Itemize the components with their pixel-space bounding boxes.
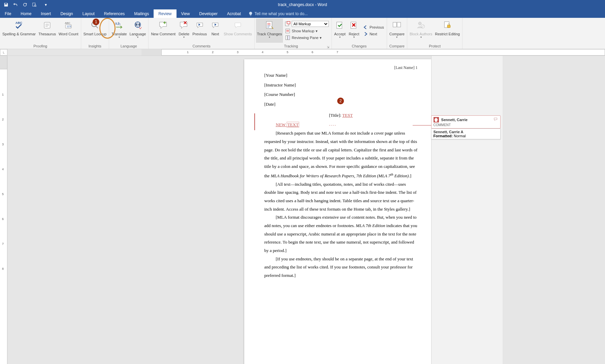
tab-review[interactable]: Review <box>154 9 176 18</box>
body-para-3: [MLA format discourages extensive use of… <box>264 213 418 255</box>
next-comment-icon <box>210 20 221 31</box>
dropdown-caret-icon: ▾ <box>353 36 355 39</box>
comment-body: COMMENT <box>434 123 498 127</box>
quick-access-toolbar: ▾ <box>0 2 49 7</box>
tab-view[interactable]: View <box>177 9 195 18</box>
track-changes-button[interactable]: Track Changes ▾ <box>256 19 283 43</box>
show-comments-icon <box>232 20 243 31</box>
ruler-corner[interactable]: L <box>0 49 7 56</box>
tracked-insert-test: TEST <box>342 113 353 118</box>
markup-mode-select[interactable]: All Markup <box>292 21 329 27</box>
svg-text:ABC: ABC <box>65 22 70 25</box>
next-change-icon <box>363 31 368 37</box>
group-changes: Accept ▾ Reject ▾ Previous Next Changes <box>332 18 387 49</box>
group-protect: Block Authors ▾ Restrict Editing Protect <box>407 18 463 49</box>
dropdown-caret-icon: ▾ <box>269 36 270 39</box>
spellcheck-icon: ABC <box>14 20 25 31</box>
block-authors-button[interactable]: Block Authors ▾ <box>409 19 433 43</box>
avatar-icon <box>434 117 439 122</box>
show-comments-button[interactable]: Show Comments <box>223 19 253 43</box>
tab-acrobat[interactable]: Acrobat <box>222 9 246 18</box>
svg-rect-14 <box>286 29 290 33</box>
comment-connector-dashed <box>329 125 336 125</box>
repeat-icon[interactable] <box>22 2 28 7</box>
print-preview-icon[interactable] <box>32 2 37 7</box>
block-authors-icon <box>416 20 426 31</box>
svg-text:aあ: aあ <box>115 22 121 25</box>
language-button[interactable]: Language ▾ <box>128 19 147 43</box>
tab-developer[interactable]: Developer <box>194 9 222 18</box>
show-markup-dropdown[interactable]: Show Markup ▾ <box>284 28 330 34</box>
dropdown-caret-icon: ▾ <box>396 36 397 39</box>
save-icon[interactable] <box>3 2 9 7</box>
lightbulb-icon <box>248 11 253 16</box>
spelling-grammar-button[interactable]: ABC Spelling & Grammar <box>1 19 37 43</box>
group-language: aあ Translate ▾ Language ▾ Language <box>109 18 149 49</box>
reject-button[interactable]: Reject ▾ <box>347 19 361 43</box>
group-comments: New Comment Delete ▾ Previous Next Show … <box>149 18 254 49</box>
format-author: Sennett, Carrie A <box>434 130 464 134</box>
qat-dropdown-icon[interactable]: ▾ <box>43 2 49 7</box>
title-bar: ▾ track_changes.docx - Word <box>0 0 605 9</box>
reviewing-pane-dropdown[interactable]: Reviewing Pane ▾ <box>284 35 330 41</box>
restrict-editing-icon <box>442 20 453 31</box>
tab-mailings[interactable]: Mailings <box>129 9 154 18</box>
undo-icon[interactable] <box>13 2 18 7</box>
svg-rect-19 <box>393 22 397 27</box>
language-icon <box>132 20 143 31</box>
delete-comment-button[interactable]: Delete ▾ <box>177 19 191 43</box>
next-comment-button[interactable]: Next <box>209 19 222 43</box>
meta-your-name: [Your Name] <box>264 71 418 80</box>
vertical-ruler[interactable]: 12345678 <box>0 56 7 364</box>
body-para-2: [All text—including titles, quotations, … <box>264 180 418 214</box>
window-title: track_changes.docx - Word <box>278 2 327 7</box>
svg-point-0 <box>24 3 27 6</box>
compare-button[interactable]: Compare ▾ <box>388 19 406 43</box>
dropdown-caret-icon: ▾ <box>119 36 120 39</box>
markup-pane: Sennett, Carrie COMMENT Sennett, Carrie … <box>431 59 503 364</box>
document-area[interactable]: [Last Name] 1 [Your Name] [Instructor Na… <box>7 56 605 364</box>
horizontal-ruler[interactable]: 1234567 <box>141 49 605 56</box>
reply-icon[interactable] <box>493 117 498 121</box>
svg-text:ABC: ABC <box>15 21 22 25</box>
page-header-right: [Last Name] 1 <box>394 64 417 72</box>
meta-instructor: [Instructor Name] <box>264 81 418 89</box>
restrict-editing-button[interactable]: Restrict Editing <box>434 19 461 43</box>
tab-home[interactable]: Home <box>16 9 36 18</box>
previous-change-button[interactable]: Previous <box>361 24 385 30</box>
previous-change-icon <box>363 25 368 30</box>
tracking-dialog-launcher[interactable]: ⇲ <box>326 45 330 49</box>
accept-button[interactable]: Accept ▾ <box>333 19 347 43</box>
group-proofing: ABC Spelling & Grammar Thesaurus ABC123 … <box>0 18 81 49</box>
reviewing-pane-icon <box>285 35 290 40</box>
dropdown-caret-icon: ▾ <box>420 36 422 39</box>
group-compare: Compare ▾ Compare <box>387 18 407 49</box>
svg-text:123: 123 <box>67 25 71 28</box>
comment-author: Sennett, Carrie <box>441 118 468 122</box>
new-comment-button[interactable]: New Comment <box>150 19 177 43</box>
dropdown-caret-icon: ▾ <box>339 36 341 39</box>
format-change-balloon[interactable]: Sennett, Carrie A Formatted: Normal <box>431 129 501 139</box>
markup-mode-dropdown[interactable]: All Markup <box>284 21 330 27</box>
translate-button[interactable]: aあ Translate ▾ <box>110 19 128 43</box>
group-label-compare: Compare <box>388 43 406 49</box>
word-count-button[interactable]: ABC123 Word Count <box>58 19 79 43</box>
previous-comment-icon <box>194 20 205 31</box>
tab-references[interactable]: References <box>99 9 129 18</box>
previous-comment-button[interactable]: Previous <box>191 19 208 43</box>
thesaurus-button[interactable]: Thesaurus <box>37 19 57 43</box>
document-page[interactable]: [Last Name] 1 [Your Name] [Instructor Na… <box>244 59 431 364</box>
tab-insert[interactable]: Insert <box>36 9 56 18</box>
tell-me-search[interactable]: Tell me what you want to do... <box>246 9 308 18</box>
show-markup-icon <box>285 28 290 34</box>
tracked-insert-new: NEW <box>276 122 287 127</box>
next-change-button[interactable]: Next <box>361 31 385 37</box>
svg-rect-24 <box>447 25 450 28</box>
tab-file[interactable]: File <box>0 9 16 18</box>
group-label-changes: Changes <box>333 43 385 49</box>
group-label-language: Language <box>110 43 147 49</box>
tab-layout[interactable]: Layout <box>78 9 99 18</box>
tab-design[interactable]: Design <box>56 9 77 18</box>
dropdown-caret-icon: ▾ <box>316 29 318 33</box>
comment-balloon[interactable]: Sennett, Carrie COMMENT <box>431 115 501 129</box>
